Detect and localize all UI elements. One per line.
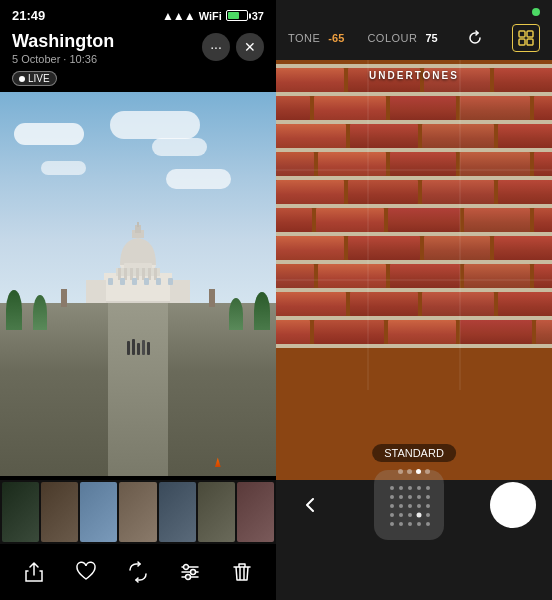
svg-point-54 xyxy=(390,513,394,517)
battery-fill xyxy=(228,12,240,19)
bottom-toolbar xyxy=(0,544,276,600)
dot-3 xyxy=(416,469,421,474)
svg-point-47 xyxy=(417,495,421,499)
svg-point-44 xyxy=(390,495,394,499)
svg-point-58 xyxy=(426,513,430,517)
svg-point-52 xyxy=(417,504,421,508)
filter-grid-button[interactable] xyxy=(374,470,444,540)
svg-point-46 xyxy=(408,495,412,499)
back-icon xyxy=(300,495,320,515)
cloud-2 xyxy=(110,111,200,139)
edit-button[interactable] xyxy=(118,552,158,592)
share-button[interactable] xyxy=(14,552,54,592)
edit-toolbar: TONE -65 COLOUR 75 xyxy=(276,20,552,60)
main-photo xyxy=(0,92,276,476)
svg-rect-31 xyxy=(519,31,525,37)
svg-point-41 xyxy=(408,486,412,490)
right-panel: TONE -65 COLOUR 75 xyxy=(276,0,552,600)
svg-rect-21 xyxy=(132,278,137,285)
svg-point-51 xyxy=(408,504,412,508)
dot-2 xyxy=(407,469,412,474)
thumbnail-7[interactable] xyxy=(237,482,274,542)
back-button[interactable] xyxy=(292,487,328,523)
dot-4 xyxy=(425,469,430,474)
svg-rect-33 xyxy=(519,39,525,45)
filter-picker xyxy=(328,470,490,540)
reset-button[interactable] xyxy=(461,24,489,52)
favorite-button[interactable] xyxy=(66,552,106,592)
done-button[interactable] xyxy=(490,482,536,528)
svg-rect-17 xyxy=(86,280,106,304)
undertones-label: UNDERTONES xyxy=(369,70,459,81)
cloud-4 xyxy=(41,161,86,175)
cloud-5 xyxy=(166,169,231,189)
svg-point-30 xyxy=(186,575,191,580)
reset-icon xyxy=(466,29,484,47)
svg-point-62 xyxy=(417,522,421,526)
close-icon: ✕ xyxy=(244,39,256,55)
grid-icon xyxy=(518,30,534,46)
tone-controls: TONE -65 xyxy=(288,32,344,44)
gate-post-left xyxy=(61,289,67,307)
gate-post-right xyxy=(209,289,215,307)
adjust-button[interactable] xyxy=(170,552,210,592)
colour-label: COLOUR xyxy=(367,32,417,44)
status-indicator xyxy=(532,8,540,16)
battery-percent: 37 xyxy=(252,10,264,22)
svg-rect-19 xyxy=(108,278,113,285)
more-button[interactable]: ··· xyxy=(202,33,230,61)
battery-icon xyxy=(226,10,248,21)
svg-point-60 xyxy=(399,522,403,526)
cloud-1 xyxy=(14,123,84,145)
svg-point-39 xyxy=(390,486,394,490)
svg-rect-34 xyxy=(527,39,533,45)
tone-value: -65 xyxy=(328,32,344,44)
photo-header: Washington 5 October · 10:36 ··· ✕ xyxy=(0,27,276,71)
svg-point-57 xyxy=(417,513,422,518)
brick-photo-area: UNDERTONES STANDARD xyxy=(276,60,552,480)
grid-view-button[interactable] xyxy=(512,24,540,52)
thumbnail-5[interactable] xyxy=(159,482,196,542)
svg-rect-23 xyxy=(156,278,161,285)
colour-value: 75 xyxy=(425,32,437,44)
signal-icon: ▲▲▲ xyxy=(162,9,195,23)
live-label: LIVE xyxy=(28,73,50,84)
tone-label: TONE xyxy=(288,32,320,44)
svg-point-48 xyxy=(426,495,430,499)
cloud-3 xyxy=(152,138,207,156)
header-buttons: ··· ✕ xyxy=(202,33,264,61)
thumbnail-6[interactable] xyxy=(198,482,235,542)
svg-point-42 xyxy=(417,486,421,490)
svg-rect-20 xyxy=(120,278,125,285)
edit-nav-row xyxy=(276,480,552,530)
svg-point-56 xyxy=(408,513,412,517)
trash-icon xyxy=(231,561,253,583)
live-badge[interactable]: LIVE xyxy=(12,71,57,86)
photo-dots xyxy=(398,469,430,474)
live-indicator-dot xyxy=(19,76,25,82)
share-icon xyxy=(23,561,45,583)
svg-point-55 xyxy=(399,513,403,517)
close-button[interactable]: ✕ xyxy=(236,33,264,61)
svg-point-45 xyxy=(399,495,403,499)
svg-rect-24 xyxy=(168,278,173,285)
delete-button[interactable] xyxy=(222,552,262,592)
svg-point-61 xyxy=(408,522,412,526)
thumbnail-2[interactable] xyxy=(41,482,78,542)
svg-rect-4 xyxy=(137,222,139,227)
wifi-icon: WiFi xyxy=(199,10,222,22)
photo-background xyxy=(0,92,276,476)
thumbnail-4[interactable] xyxy=(119,482,156,542)
bottom-edit-section xyxy=(276,480,552,600)
thumbnail-strip xyxy=(0,480,276,544)
svg-point-50 xyxy=(399,504,403,508)
left-tree-1 xyxy=(6,290,22,330)
svg-rect-32 xyxy=(527,31,533,37)
svg-point-43 xyxy=(426,486,430,490)
svg-point-63 xyxy=(426,522,430,526)
thumbnail-1[interactable] xyxy=(2,482,39,542)
photo-date: 5 October · 10:36 xyxy=(12,53,114,65)
thumbnail-3[interactable] xyxy=(80,482,117,542)
svg-point-59 xyxy=(390,522,394,526)
dot-1 xyxy=(398,469,403,474)
